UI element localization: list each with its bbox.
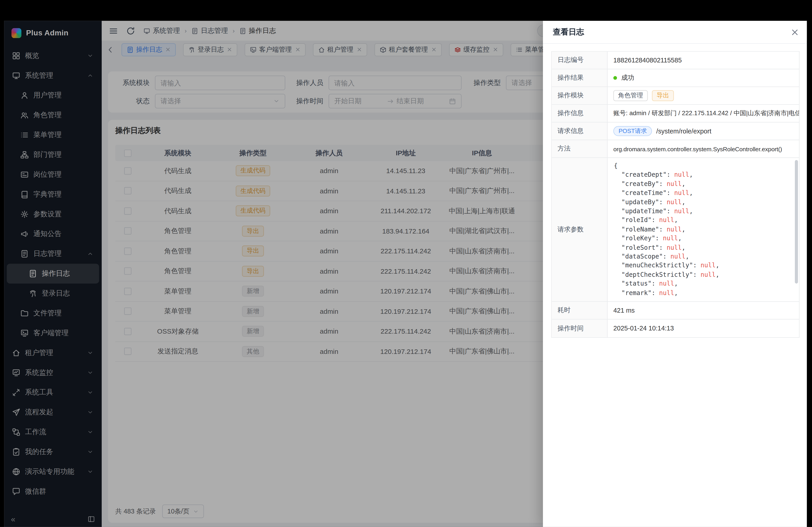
method-value: org.dromara.system.controller.system.Sys… [608,140,799,158]
duration-value: 421 ms [608,302,799,320]
code-scrollbar[interactable] [795,160,798,283]
operation-time-value: 2025-01-24 10:14:13 [608,320,799,337]
post-method-tag: POST请求 [613,126,652,136]
log-id-value: 1882612840802115585 [608,51,799,70]
module-tag: 角色管理 [613,90,648,101]
success-dot [613,76,617,80]
json-code-block: { "createDept": null, "createBy": null, … [608,158,799,301]
drawer-title: 查看日志 [553,27,584,37]
operation-info-value: 账号: admin / 研发部门 / 222.175.114.242 / 中国|… [608,105,799,123]
close-drawer-button[interactable] [791,28,799,36]
request-info-value: POST请求 /system/role/export [608,122,799,140]
screen: Plus Admin 概览系统管理用户管理角色管理菜单管理部门管理岗位管理字典管… [0,0,812,527]
request-path: /system/role/export [656,127,711,135]
log-detail-table: 日志编号 1882612840802115585 操作结果 成功 操作模块 角色… [551,51,800,338]
drawer-header: 查看日志 [543,21,807,44]
operation-type-tag: 导出 [652,90,674,101]
module-value: 角色管理 导出 [608,87,799,105]
request-params-value: { "createDept": null, "createBy": null, … [608,158,799,302]
view-log-drawer: 查看日志 日志编号 1882612840802115585 操作结果 成功 操作… [543,21,807,527]
result-value: 成功 [608,70,799,87]
